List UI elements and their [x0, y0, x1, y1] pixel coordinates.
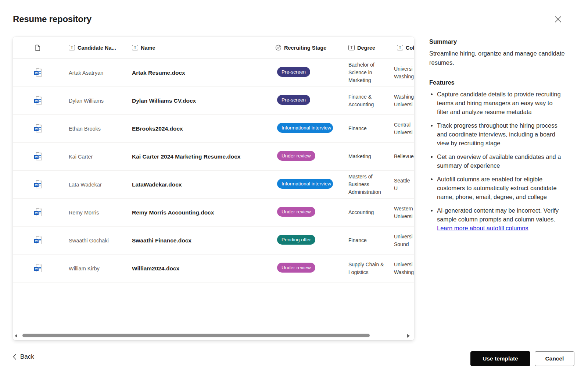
recruiting-stage-badge: Pending offer [277, 235, 315, 245]
horizontal-scrollbar[interactable] [13, 333, 414, 338]
college-cell: Washing Universi [394, 93, 414, 109]
word-file-icon: W [34, 152, 43, 161]
file-name-cell: EBrooks2024.docx [127, 125, 270, 132]
text-column-icon: T [132, 45, 138, 50]
column-header-candidate-name[interactable]: T Candidate Na... [55, 45, 127, 51]
text-column-icon: T [69, 45, 75, 50]
degree-cell: Finance [336, 237, 394, 244]
summary-title: Summary [429, 38, 565, 45]
file-name-cell: LataWadekar.docx [127, 181, 270, 188]
scrollbar-left-arrow-icon[interactable] [15, 334, 17, 338]
use-template-button[interactable]: Use template [470, 351, 530, 366]
file-name-cell: Artak Resume.docx [127, 70, 270, 76]
recruiting-stage-badge: Informational interview [277, 123, 333, 133]
word-file-icon: W [34, 208, 43, 217]
degree-cell: Supply Chain & Logistics [336, 261, 394, 276]
text-column-icon: T [397, 45, 403, 50]
file-cell: W [13, 180, 55, 189]
college-cell: Universi Washing [394, 65, 414, 81]
column-header-degree[interactable]: T Degree [336, 45, 394, 51]
stage-cell: Informational interview [270, 179, 336, 190]
cancel-button[interactable]: Cancel [535, 351, 574, 366]
file-name-cell: Remy Morris Accounting.docx [127, 209, 270, 216]
stage-cell: Pre-screen [270, 67, 336, 78]
close-button[interactable] [552, 13, 564, 25]
candidate-name-cell: Swaathi Gochaki [55, 238, 127, 244]
feature-item: Autofill columns are enabled for eligibl… [437, 175, 565, 201]
file-cell: W [13, 152, 55, 161]
file-name-cell: Kai Carter 2024 Marketing Resume.docx [127, 153, 270, 160]
candidate-name-cell: Kai Carter [55, 154, 127, 160]
degree-cell: Finance & Accounting [336, 93, 394, 109]
feature-item: Get an overview of available candidates … [437, 152, 565, 170]
back-label: Back [20, 353, 34, 361]
recruiting-stage-badge: Informational interview [277, 179, 333, 189]
file-cell: W [13, 208, 55, 217]
table-row: WEthan BrooksEBrooks2024.docxInformation… [13, 115, 414, 143]
word-file-icon: W [34, 264, 43, 273]
feature-item: Track progress throughout the hiring pro… [437, 121, 565, 148]
feature-item: AI-generated content may be incorrect. V… [437, 206, 565, 232]
candidate-name-cell: Dylan Williams [55, 98, 127, 104]
summary-text: Streamline hiring, organize and manage c… [429, 49, 565, 67]
column-label: Recruiting Stage [284, 45, 326, 51]
column-label: Coll [406, 45, 414, 51]
file-column-icon [35, 45, 40, 51]
template-preview-dialog: { "dialog": { "title": "Resume repositor… [0, 0, 588, 380]
recruiting-stage-badge: Pre-screen [277, 67, 310, 77]
back-button[interactable]: Back [13, 353, 34, 361]
column-header-file[interactable] [13, 45, 55, 51]
degree-cell: Bachelor of Science in Marketing [336, 61, 394, 84]
file-name-cell: William2024.docx [127, 265, 270, 272]
stage-cell: Under review [270, 151, 336, 162]
degree-cell: Finance [336, 125, 394, 132]
college-cell: Central Universi [394, 121, 414, 136]
degree-cell: Accounting [336, 209, 394, 216]
column-label: Candidate Na... [78, 45, 116, 51]
stage-cell: Pre-screen [270, 95, 336, 106]
candidate-name-cell: Remy Morris [55, 210, 127, 216]
college-cell: Universi Sound [394, 233, 414, 248]
candidate-name-cell: William Kirby [55, 266, 127, 271]
column-label: Degree [357, 45, 375, 51]
learn-more-link[interactable]: Learn more about autofill columns [437, 225, 528, 231]
chevron-left-icon [13, 354, 16, 360]
stage-cell: Pending offer [270, 235, 336, 246]
candidate-name-cell: Artak Asatryan [55, 70, 127, 76]
table-row: WKai CarterKai Carter 2024 Marketing Res… [13, 143, 414, 171]
file-cell: W [13, 236, 55, 245]
college-cell: Seattle U [394, 177, 414, 192]
recruiting-stage-badge: Under review [277, 207, 315, 217]
word-file-icon: W [34, 180, 43, 189]
close-icon [555, 16, 562, 23]
file-cell: W [13, 124, 55, 134]
candidate-name-cell: Lata Wadekar [55, 182, 127, 188]
word-file-icon: W [34, 124, 43, 134]
table-row: WDylan WilliamsDylan Williams CV.docxPre… [13, 87, 414, 115]
column-header-recruiting-stage[interactable]: Recruiting Stage [270, 45, 336, 51]
table-row: WLata WadekarLataWadekar.docxInformation… [13, 171, 414, 199]
file-cell: W [13, 264, 55, 273]
recruiting-stage-badge: Pre-screen [277, 95, 310, 105]
features-list: Capture candidate details to provide rec… [429, 90, 565, 232]
table-row: WRemy MorrisRemy Morris Accounting.docxU… [13, 199, 414, 227]
table-row: WSwaathi GochakiSwaathi Finance.docxPend… [13, 227, 414, 255]
resume-table-card: T Candidate Na... T Name Recruiting Stag… [13, 37, 414, 340]
file-cell: W [13, 96, 55, 106]
file-name-cell: Swaathi Finance.docx [127, 237, 270, 244]
scrollbar-right-arrow-icon[interactable] [407, 334, 410, 338]
word-file-icon: W [34, 236, 43, 245]
column-header-college[interactable]: T Coll [394, 45, 414, 51]
column-header-name[interactable]: T Name [127, 45, 270, 51]
degree-cell: Masters of Business Administration [336, 173, 394, 196]
details-panel: Summary Streamline hiring, organize and … [429, 38, 565, 232]
features-title: Features [429, 79, 565, 86]
college-cell: Universi Washing [394, 261, 414, 276]
candidate-name-cell: Ethan Brooks [55, 126, 127, 132]
feature-item: Capture candidate details to provide rec… [437, 90, 565, 116]
word-file-icon: W [34, 96, 43, 106]
table-row: WArtak AsatryanArtak Resume.docxPre-scre… [13, 59, 414, 87]
scrollbar-thumb[interactable] [22, 334, 370, 337]
stage-cell: Under review [270, 263, 336, 274]
stage-cell: Under review [270, 207, 336, 218]
